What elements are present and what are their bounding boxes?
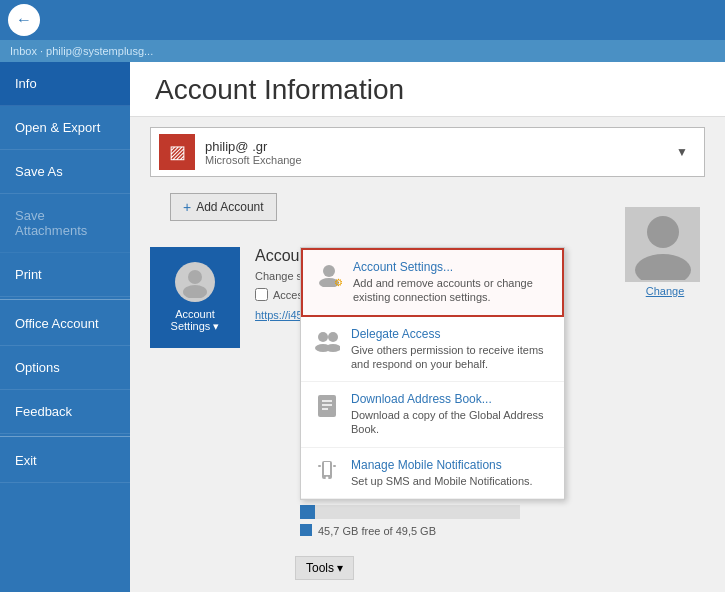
storage-text: 45,7 GB free of 49,5 GB (318, 525, 436, 537)
sidebar-item-exit[interactable]: Exit (0, 439, 130, 483)
svg-point-16 (326, 476, 329, 479)
dropdown-item-account-settings-title: Account Settings... (353, 260, 550, 274)
plus-icon: + (183, 199, 191, 215)
tools-button[interactable]: Tools ▾ (295, 556, 354, 580)
sidebar-item-print[interactable]: Print (0, 253, 130, 297)
svg-point-0 (188, 270, 202, 284)
svg-rect-17 (318, 465, 321, 467)
sidebar-item-office-account[interactable]: Office Account (0, 302, 130, 346)
tools-section: Tools ▾ (295, 556, 354, 580)
gear-icon: ⚙ (334, 277, 343, 288)
web-access-checkbox[interactable] (255, 288, 268, 301)
account-settings-label: AccountSettings ▾ (171, 308, 220, 333)
storage-bar-fill (300, 505, 315, 519)
account-settings-dropdown-icon: ⚙ (315, 260, 343, 288)
svg-point-7 (328, 332, 338, 342)
mobile-notifications-icon (313, 458, 341, 486)
sidebar-item-save-attachments: Save Attachments (0, 194, 130, 253)
add-account-section: + Add Account (150, 183, 705, 231)
svg-point-1 (183, 285, 207, 298)
account-dropdown-arrow[interactable]: ▼ (668, 141, 696, 163)
storage-used-swatch (300, 524, 312, 536)
sidebar-item-feedback[interactable]: Feedback (0, 390, 130, 434)
sidebar: Info Open & Export Save As Save Attachme… (0, 62, 130, 592)
sidebar-item-save-as[interactable]: Save As (0, 150, 130, 194)
sidebar-item-options[interactable]: Options (0, 346, 130, 390)
content-header: Account Information (130, 62, 725, 117)
avatar-silhouette (633, 210, 693, 280)
back-button[interactable]: ← (8, 4, 40, 36)
tools-label: Tools ▾ (306, 561, 343, 575)
dropdown-item-delegate-title: Delegate Access (351, 327, 552, 341)
storage-bar-background (300, 505, 520, 519)
dropdown-item-address-book-desc: Download a copy of the Global Address Bo… (351, 408, 552, 437)
dropdown-item-account-settings-desc: Add and remove accounts or change existi… (353, 276, 550, 305)
account-icon: ▨ (159, 134, 195, 170)
dropdown-item-mobile-notifications[interactable]: Manage Mobile Notifications Set up SMS a… (301, 448, 564, 499)
sidebar-item-open-export[interactable]: Open & Export (0, 106, 130, 150)
dropdown-item-mobile-title: Manage Mobile Notifications (351, 458, 552, 472)
address-book-icon (313, 392, 341, 420)
account-email: philip@ .gr (205, 139, 668, 154)
svg-point-3 (635, 254, 691, 280)
svg-rect-10 (318, 395, 336, 417)
dropdown-item-address-book[interactable]: Download Address Book... Download a copy… (301, 382, 564, 448)
account-settings-dropdown: ⚙ Account Settings... Add and remove acc… (300, 247, 565, 500)
account-type: Microsoft Exchange (205, 154, 668, 166)
dropdown-item-address-book-title: Download Address Book... (351, 392, 552, 406)
dropdown-item-delegate-desc: Give others permission to receive items … (351, 343, 552, 372)
delegate-access-icon (313, 327, 341, 355)
change-avatar-link[interactable]: Change (625, 285, 705, 297)
account-row: ▨ philip@ .gr Microsoft Exchange ▼ (150, 127, 705, 177)
svg-rect-18 (333, 465, 336, 467)
svg-point-4 (323, 265, 335, 277)
sidebar-item-info[interactable]: Info (0, 62, 130, 106)
storage-legend: 45,7 GB free of 49,5 GB (300, 522, 705, 537)
email-bar-text: Inbox · philip@systemplusg... (10, 45, 153, 57)
email-bar: Inbox · philip@systemplusg... (0, 40, 725, 62)
back-icon: ← (16, 11, 32, 29)
account-settings-box[interactable]: AccountSettings ▾ (150, 247, 240, 348)
avatar-section: Change (625, 207, 705, 297)
account-settings-icon (175, 262, 215, 302)
svg-point-6 (318, 332, 328, 342)
storage-bar-section: 45,7 GB free of 49,5 GB (300, 505, 705, 537)
add-account-button[interactable]: + Add Account (170, 193, 277, 221)
svg-rect-15 (324, 462, 330, 475)
dropdown-item-mobile-desc: Set up SMS and Mobile Notifications. (351, 474, 552, 488)
svg-point-2 (647, 216, 679, 248)
page-title: Account Information (155, 74, 700, 106)
dropdown-item-account-settings[interactable]: ⚙ Account Settings... Add and remove acc… (301, 248, 564, 317)
avatar-box (625, 207, 700, 282)
content-area: Account Information ▨ philip@ .gr Micros… (130, 62, 725, 592)
dropdown-item-delegate-access[interactable]: Delegate Access Give others permission t… (301, 317, 564, 383)
add-account-label: Add Account (196, 200, 263, 214)
